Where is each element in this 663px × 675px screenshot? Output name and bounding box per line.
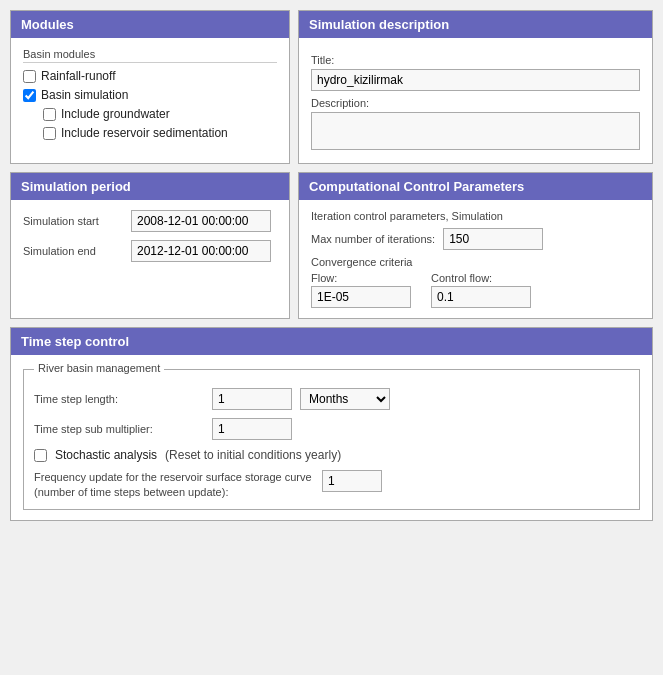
river-basin-section: River basin management Time step length:…	[23, 369, 640, 510]
include-groundwater-checkbox[interactable]	[43, 108, 56, 121]
basin-simulation-label: Basin simulation	[41, 88, 128, 102]
title-label: Title:	[311, 54, 640, 66]
sim-start-input[interactable]	[131, 210, 271, 232]
freq-input[interactable]	[322, 470, 382, 492]
description-label: Description:	[311, 97, 640, 109]
max-iter-input[interactable]	[443, 228, 543, 250]
include-reservoir-row: Include reservoir sedimentation	[43, 126, 277, 140]
freq-label: Frequency update for the reservoir surfa…	[34, 470, 314, 501]
sim-description-body: Title: Description:	[299, 38, 652, 163]
freq-row: Frequency update for the reservoir surfa…	[34, 470, 629, 501]
months-select[interactable]: Months Days Years	[300, 388, 390, 410]
iter-label: Iteration control parameters, Simulation	[311, 210, 640, 222]
basin-modules-label: Basin modules	[23, 48, 277, 63]
stochastic-checkbox[interactable]	[34, 449, 47, 462]
modules-panel: Modules Basin modules Rainfall-runoff Ba…	[10, 10, 290, 164]
description-textarea[interactable]	[311, 112, 640, 150]
timestep-header: Time step control	[11, 328, 652, 355]
sim-end-row: Simulation end	[23, 240, 277, 262]
stochastic-label: Stochastic analysis	[55, 448, 157, 462]
step-length-row: Time step length: Months Days Years	[34, 388, 629, 410]
stochastic-note: (Reset to initial conditions yearly)	[165, 448, 341, 462]
sim-end-label: Simulation end	[23, 245, 123, 257]
comp-params-header: Computational Control Parameters	[299, 173, 652, 200]
flow-item: Flow:	[311, 272, 411, 308]
rainfall-runoff-row: Rainfall-runoff	[23, 69, 277, 83]
modules-body: Basin modules Rainfall-runoff Basin simu…	[11, 38, 289, 155]
main-layout: Modules Basin modules Rainfall-runoff Ba…	[10, 10, 653, 521]
timestep-panel: Time step control River basin management…	[10, 327, 653, 521]
sim-description-panel: Simulation description Title: Descriptio…	[298, 10, 653, 164]
sim-description-header: Simulation description	[299, 11, 652, 38]
comp-params-body: Iteration control parameters, Simulation…	[299, 200, 652, 318]
sim-period-body: Simulation start Simulation end	[11, 200, 289, 280]
flow-label: Flow:	[311, 272, 411, 284]
conv-row: Flow: Control flow:	[311, 272, 640, 308]
include-reservoir-label: Include reservoir sedimentation	[61, 126, 228, 140]
sim-period-panel: Simulation period Simulation start Simul…	[10, 172, 290, 319]
sub-multiplier-input[interactable]	[212, 418, 292, 440]
middle-row: Simulation period Simulation start Simul…	[10, 172, 653, 319]
modules-header: Modules	[11, 11, 289, 38]
control-flow-item: Control flow:	[431, 272, 531, 308]
sub-multiplier-row: Time step sub multiplier:	[34, 418, 629, 440]
max-iter-label: Max number of iterations:	[311, 233, 435, 245]
sim-start-label: Simulation start	[23, 215, 123, 227]
sim-end-input[interactable]	[131, 240, 271, 262]
timestep-body: River basin management Time step length:…	[11, 355, 652, 520]
sim-period-header: Simulation period	[11, 173, 289, 200]
flow-input[interactable]	[311, 286, 411, 308]
title-input[interactable]	[311, 69, 640, 91]
sim-start-row: Simulation start	[23, 210, 277, 232]
basin-simulation-checkbox[interactable]	[23, 89, 36, 102]
sub-multiplier-label: Time step sub multiplier:	[34, 423, 204, 435]
include-groundwater-label: Include groundwater	[61, 107, 170, 121]
control-flow-label: Control flow:	[431, 272, 531, 284]
max-iter-row: Max number of iterations:	[311, 228, 640, 250]
top-row: Modules Basin modules Rainfall-runoff Ba…	[10, 10, 653, 164]
comp-params-panel: Computational Control Parameters Iterati…	[298, 172, 653, 319]
rainfall-runoff-checkbox[interactable]	[23, 70, 36, 83]
step-length-label: Time step length:	[34, 393, 204, 405]
bottom-row: Time step control River basin management…	[10, 327, 653, 521]
step-length-input[interactable]	[212, 388, 292, 410]
river-basin-label: River basin management	[34, 362, 164, 374]
control-flow-input[interactable]	[431, 286, 531, 308]
rainfall-runoff-label: Rainfall-runoff	[41, 69, 115, 83]
include-reservoir-checkbox[interactable]	[43, 127, 56, 140]
stochastic-row: Stochastic analysis (Reset to initial co…	[34, 448, 629, 462]
include-groundwater-row: Include groundwater	[43, 107, 277, 121]
basin-simulation-row: Basin simulation	[23, 88, 277, 102]
convergence-section: Convergence criteria Flow: Control flow:	[311, 256, 640, 308]
conv-label: Convergence criteria	[311, 256, 640, 268]
